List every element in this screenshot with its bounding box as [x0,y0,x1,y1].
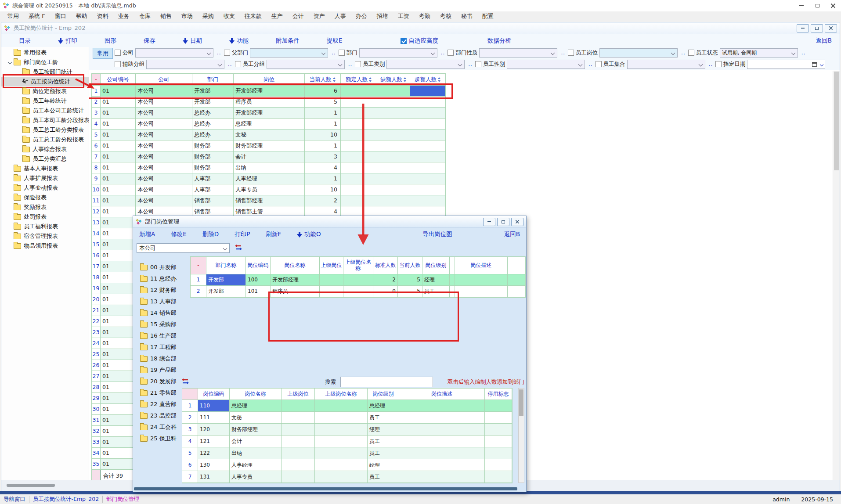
header-shortage-count[interactable]: 缺额人数 [377,74,410,86]
emp-category-checkbox[interactable] [355,61,361,67]
table-row[interactable]: 6 01 本公司 财务部 财务部经理 1 [92,140,446,151]
report-close-button[interactable] [825,24,837,32]
header-standard-count[interactable]: 标准人数 [373,257,398,274]
dept-tree-item[interactable]: 17 工程部 [133,342,191,353]
table-row[interactable]: 10 01 本公司 人事部 人事专员 10 [92,184,446,195]
tree-item[interactable]: 员工按部门统计 [1,67,89,77]
emp-set-checkbox[interactable] [596,61,602,67]
menu-item[interactable]: 窗口 [50,12,71,20]
header-dash[interactable]: - [191,257,206,274]
data-analysis-button[interactable]: 数据分析 [487,37,511,45]
menu-item[interactable]: 考核 [435,12,456,20]
date-field[interactable] [747,60,825,69]
menu-item[interactable]: 配置 [477,12,498,20]
header-dept[interactable]: 部门 [192,74,234,86]
header-post-name[interactable]: 岗位名称 [271,257,320,274]
company-combo[interactable] [135,48,213,58]
dept-tree-item[interactable]: 19 产品部 [133,364,191,376]
menu-item[interactable]: 市场 [177,12,198,20]
print-button[interactable]: 打印P [235,230,250,238]
scrollbar-thumb[interactable] [834,72,839,170]
chevron-down-icon[interactable] [7,60,13,65]
table-row[interactable]: 8 01 本公司 财务部 出纳 4 [92,162,446,173]
header-post[interactable]: 岗位 [234,74,305,86]
tree-item[interactable]: 员工年龄统计 [1,96,89,106]
emp-gender-combo[interactable] [507,60,585,69]
tree-item[interactable]: 岗位定额报表 [1,86,89,96]
table-row[interactable]: 7 01 本公司 财务部 会计 3 [92,151,446,162]
emp-post-combo[interactable] [599,48,678,58]
quick-filter-button[interactable]: 常用 [93,48,113,59]
table-row[interactable]: 4 121 会计 员工 [182,436,512,447]
save-button[interactable]: 保存 [144,37,155,45]
menu-item[interactable]: 帮助 [71,12,92,20]
header-company-no[interactable]: 公司编号 [101,74,136,86]
header-super-post[interactable]: 上级岗位 [282,389,315,400]
tree-item[interactable]: 宿舍管理报表 [1,231,89,241]
menu-item[interactable]: 会计 [288,12,309,20]
table-row[interactable]: 9 01 本公司 人事部 人事经理 1 [92,173,446,184]
table-row[interactable]: 5 01 本公司 总经办 文秘 10 [92,130,446,140]
header-disabled-flag[interactable]: 停用标志 [485,389,512,400]
dept-type-combo[interactable] [479,48,557,58]
tree-item[interactable]: 人事变动报表 [1,183,89,193]
tree-item[interactable]: 员工总工龄分段报表 [1,135,89,144]
tree-item[interactable]: 部门岗位工龄 [1,58,89,67]
report-maximize-button[interactable] [811,24,823,32]
aux-group-combo[interactable] [146,60,224,69]
minimize-button[interactable] [794,0,809,11]
emp-set-combo[interactable] [627,60,705,69]
report-minimize-button[interactable] [797,24,809,32]
header-dash[interactable]: - [92,74,101,86]
menu-item[interactable]: 人事 [330,12,351,20]
swap-icon[interactable] [235,244,242,252]
header-current-count[interactable]: 当前人数 [305,74,341,86]
table-row[interactable]: 1 01 本公司 开发部 开发部经理 6 [92,86,446,97]
emp-group-checkbox[interactable] [235,61,241,67]
header-super-post-name[interactable]: 上级岗位名称 [315,389,368,400]
table-row[interactable]: 2 开发部 101 程序员 0 5 员工 [191,286,525,297]
table-row[interactable]: 5 122 出纳 员工 [182,447,512,459]
dept-tree-item[interactable]: 18 综合部 [133,353,191,364]
table-row[interactable]: 2 111 文秘 员工 [182,412,512,424]
auto-height-toggle[interactable]: 自适应高度 [401,37,439,45]
dept-tree-item[interactable]: 16 生产部 [133,330,191,342]
emp-gender-checkbox[interactable] [475,61,481,67]
table-row[interactable]: 2 01 本公司 开发部 程序员 5 [92,97,446,108]
menu-item[interactable]: 仓库 [134,12,155,20]
swap-icon[interactable] [182,378,189,386]
table-row[interactable]: 3 120 财务部经理 经理 [182,424,512,436]
header-excess-count[interactable]: 超额人数 [410,74,446,86]
dept-tree-item[interactable]: 15 采购部 [133,319,191,330]
parent-dept-combo[interactable] [250,48,328,58]
header-post-code[interactable]: 岗位编码 [246,257,271,274]
tree-item[interactable]: 员工本公司工龄统计 [1,106,89,115]
dept-position-tab[interactable]: 部门岗位管理 [106,496,139,503]
menu-item[interactable]: 收支 [219,12,240,20]
menu-item[interactable]: 采购 [198,12,219,20]
table-row[interactable]: 4 01 本公司 总经办 总经理 1 [92,119,446,130]
tree-item[interactable]: 员工按岗位统计 [1,77,89,86]
tree-horizontal-scrollbar[interactable] [7,484,55,487]
function-button[interactable]: 功能O [297,230,321,238]
header-super-post-name[interactable]: 上级岗位名称 [343,257,373,274]
export-position-chart-link[interactable]: 导出岗位图 [422,230,452,238]
table-row[interactable]: 6 130 人事经理 经理 [182,459,512,471]
refresh-button[interactable]: 刷新F [266,230,281,238]
emp-status-checkbox[interactable] [688,50,694,56]
dept-tree-item[interactable]: 11 总经办 [133,273,191,284]
dept-tree-item[interactable]: 14 销售部 [133,307,191,319]
scrollbar-thumb[interactable] [519,389,523,416]
menu-item[interactable]: 秘书 [456,12,477,20]
auto-height-checkbox[interactable] [401,38,407,44]
dept-combo[interactable] [359,48,437,58]
menu-item[interactable]: 系统 F [24,12,50,20]
conditions-button[interactable]: 附加条件 [276,37,300,45]
date-checkbox[interactable] [715,61,722,67]
report-tab[interactable]: 员工按岗位统计-Emp_202 [33,496,99,503]
header-post-desc[interactable]: 岗位描述 [399,389,485,400]
menu-item[interactable]: 销售 [155,12,177,20]
header-post-desc[interactable]: 岗位描述 [455,257,508,274]
bottom-table-scrollbar[interactable] [518,388,524,483]
menu-item[interactable]: 办公 [351,12,372,20]
